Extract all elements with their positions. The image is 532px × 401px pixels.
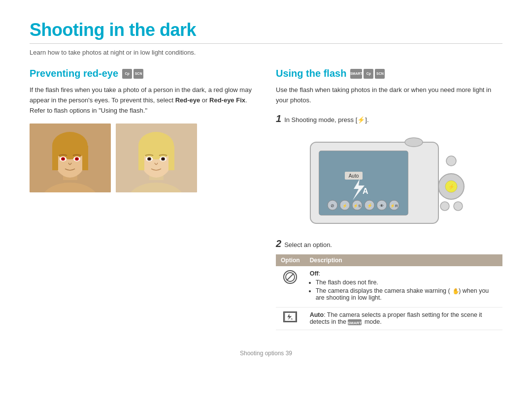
table-row-off: Off: The flash does not fire. The camera… [276, 266, 502, 308]
icon-off [276, 266, 305, 308]
svg-text:n: n [291, 317, 293, 320]
using-flash-title: Using the flash SMART Cp SCN [276, 68, 502, 79]
left-column: Preventing red-eye Cp SCN If the flash f… [30, 68, 256, 192]
col-description: Description [305, 254, 502, 266]
svg-line-54 [287, 274, 294, 280]
photo-normal [116, 123, 197, 192]
svg-text:⚡R: ⚡R [390, 203, 398, 208]
page-divider [30, 43, 502, 44]
page-title: Shooting in the dark [30, 20, 502, 40]
svg-point-45 [446, 156, 456, 166]
mode-icons-left: Cp SCN [122, 69, 143, 79]
svg-point-52 [405, 138, 423, 147]
svg-text:A: A [363, 187, 368, 195]
svg-point-9 [62, 158, 64, 160]
svg-rect-18 [138, 146, 144, 170]
col-option: Option [276, 254, 305, 266]
svg-point-51 [454, 202, 463, 211]
photo-redeye-svg [30, 123, 111, 192]
svg-point-12 [76, 158, 78, 160]
icon-auto: n [276, 308, 305, 330]
right-column: Using the flash SMART Cp SCN Use the fla… [276, 68, 502, 330]
svg-text:✋: ✋ [452, 287, 459, 294]
desc-off: Off: The flash does not fire. The camera… [305, 266, 502, 308]
main-content: Preventing red-eye Cp SCN If the flash f… [30, 68, 502, 330]
svg-text:⚡S: ⚡S [353, 203, 361, 208]
auto-flash-icon: n [283, 311, 297, 322]
svg-rect-5 [52, 146, 58, 170]
sample-photos [30, 123, 256, 192]
camera-illustration: Auto A ⊘ ⚡ ⚡S ⚡ 👁 ⚡R [305, 127, 473, 231]
photo-redeye [30, 123, 111, 192]
svg-text:⊘: ⊘ [331, 203, 334, 208]
using-flash-label: Using the flash [276, 68, 346, 79]
photo-normal-svg [116, 123, 197, 192]
mode-icons-right: SMART Cp SCN [350, 69, 385, 79]
off-icon [283, 270, 297, 284]
cp-icon: Cp [122, 69, 132, 79]
smart-icon: SMART [350, 69, 362, 79]
svg-rect-19 [168, 146, 174, 170]
desc-auto: Auto: The camera selects a proper flash … [305, 308, 502, 330]
svg-point-25 [162, 158, 164, 160]
step2-label: 2 Select an option. [276, 239, 502, 248]
preventing-redeye-title: Preventing red-eye Cp SCN [30, 68, 256, 79]
page-footer: Shooting options 39 [30, 350, 502, 357]
svg-text:SMART: SMART [348, 321, 362, 325]
step1-label: 1 In Shooting mode, press [⚡]. [276, 114, 502, 123]
page-subtitle: Learn how to take photos at night or in … [30, 49, 502, 56]
cp-icon2: Cp [364, 69, 373, 79]
options-table: Option Description Off: [276, 254, 502, 330]
svg-rect-6 [82, 146, 88, 170]
svg-text:👁: 👁 [380, 204, 384, 208]
svg-point-50 [440, 202, 449, 211]
svg-point-22 [148, 158, 150, 160]
svg-text:⚡: ⚡ [448, 184, 455, 190]
camera-diagram: Auto A ⊘ ⚡ ⚡S ⚡ 👁 ⚡R [276, 127, 502, 231]
svg-text:Auto: Auto [349, 173, 359, 179]
table-row-auto: n Auto: The camera selects a proper flas… [276, 308, 502, 330]
svg-text:⚡: ⚡ [367, 203, 373, 209]
preventing-redeye-label: Preventing red-eye [30, 68, 118, 79]
preventing-redeye-body: If the flash fires when you take a photo… [30, 85, 256, 116]
scene-icon-left: SCN [133, 69, 143, 79]
scene-icon-right: SCN [375, 69, 385, 79]
svg-text:⚡: ⚡ [342, 203, 347, 208]
using-flash-intro: Use the flash when taking photos in the … [276, 85, 502, 106]
